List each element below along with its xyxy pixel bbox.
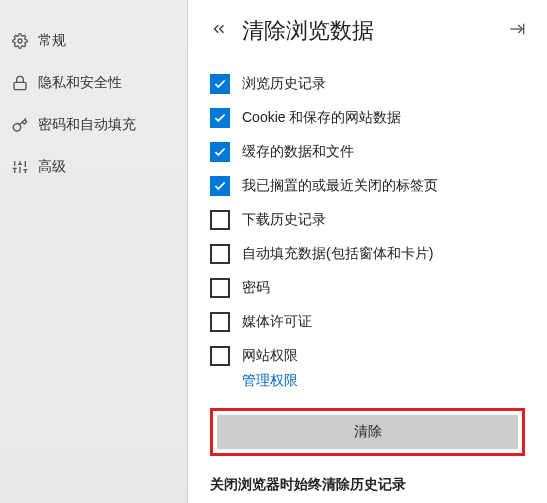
- panel-title: 清除浏览数据: [242, 16, 509, 46]
- checkbox[interactable]: [210, 74, 230, 94]
- lock-icon: [10, 75, 30, 91]
- checkbox-list: 浏览历史记录Cookie 和保存的网站数据缓存的数据和文件我已搁置的或最近关闭的…: [210, 74, 525, 366]
- back-icon[interactable]: [210, 20, 228, 42]
- sidebar-item-advanced[interactable]: 高级: [0, 146, 187, 188]
- checkbox-label: 网站权限: [242, 347, 298, 365]
- sidebar-item-label: 常规: [38, 32, 66, 50]
- svg-rect-1: [14, 82, 26, 89]
- svg-point-0: [18, 39, 22, 43]
- checkbox-label: 浏览历史记录: [242, 75, 326, 93]
- checkbox-row: 媒体许可证: [210, 312, 525, 332]
- checkbox[interactable]: [210, 210, 230, 230]
- sidebar-item-label: 高级: [38, 158, 66, 176]
- checkbox[interactable]: [210, 108, 230, 128]
- checkbox-label: 下载历史记录: [242, 211, 326, 229]
- key-icon: [10, 117, 30, 133]
- checkbox-label: 缓存的数据和文件: [242, 143, 354, 161]
- checkbox[interactable]: [210, 244, 230, 264]
- checkbox-row: 缓存的数据和文件: [210, 142, 525, 162]
- checkbox-row: 密码: [210, 278, 525, 298]
- sidebar-item-label: 隐私和安全性: [38, 74, 122, 92]
- settings-sidebar: 常规 隐私和安全性 密码和自动填充 高级: [0, 0, 188, 503]
- sidebar-item-passwords[interactable]: 密码和自动填充: [0, 104, 187, 146]
- checkbox-label: 媒体许可证: [242, 313, 312, 331]
- checkbox-row: Cookie 和保存的网站数据: [210, 108, 525, 128]
- settings-icon: [10, 159, 30, 175]
- checkbox-row: 自动填充数据(包括窗体和卡片): [210, 244, 525, 264]
- checkbox-row: 下载历史记录: [210, 210, 525, 230]
- always-clear-label: 关闭浏览器时始终清除历史记录: [210, 476, 525, 494]
- checkbox-row: 我已搁置的或最近关闭的标签页: [210, 176, 525, 196]
- checkbox[interactable]: [210, 176, 230, 196]
- checkbox-row: 浏览历史记录: [210, 74, 525, 94]
- pin-icon[interactable]: [509, 21, 525, 41]
- checkbox[interactable]: [210, 312, 230, 332]
- sidebar-item-privacy[interactable]: 隐私和安全性: [0, 62, 187, 104]
- checkbox-label: 自动填充数据(包括窗体和卡片): [242, 245, 433, 263]
- main-panel: 清除浏览数据 浏览历史记录Cookie 和保存的网站数据缓存的数据和文件我已搁置…: [188, 0, 547, 503]
- clear-button-highlight: 清除: [210, 408, 525, 456]
- checkbox[interactable]: [210, 142, 230, 162]
- clear-button[interactable]: 清除: [217, 415, 518, 449]
- manage-permissions-link[interactable]: 管理权限: [242, 372, 525, 390]
- checkbox[interactable]: [210, 278, 230, 298]
- gear-icon: [10, 33, 30, 49]
- checkbox[interactable]: [210, 346, 230, 366]
- checkbox-label: 密码: [242, 279, 270, 297]
- sidebar-item-label: 密码和自动填充: [38, 116, 136, 134]
- panel-header: 清除浏览数据: [210, 16, 525, 46]
- sidebar-item-general[interactable]: 常规: [0, 20, 187, 62]
- checkbox-label: 我已搁置的或最近关闭的标签页: [242, 177, 438, 195]
- checkbox-label: Cookie 和保存的网站数据: [242, 109, 401, 127]
- checkbox-row: 网站权限: [210, 346, 525, 366]
